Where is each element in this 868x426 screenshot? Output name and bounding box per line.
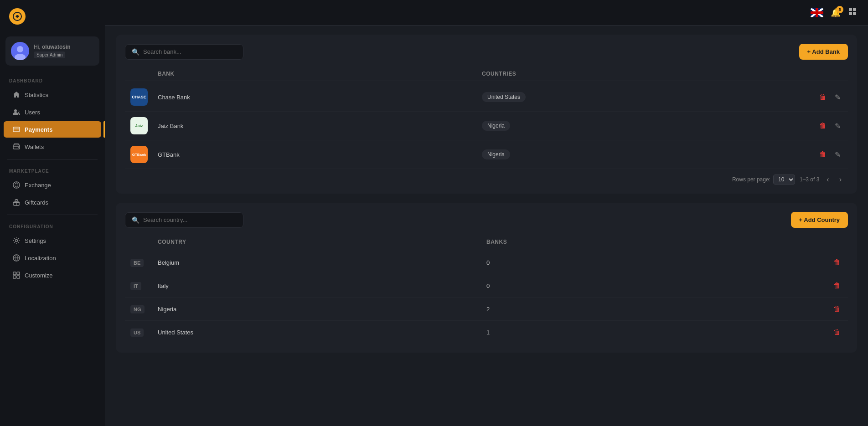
bank-country-jaiz: Nigeria <box>482 121 510 131</box>
avatar <box>11 42 29 60</box>
customize-icon <box>13 272 20 279</box>
country-name-it: Italy <box>158 282 486 289</box>
sidebar-item-settings[interactable]: Settings <box>4 232 101 249</box>
notification-button[interactable]: 🔔 5 <box>831 8 841 18</box>
banks-col-header: Banks <box>486 239 815 245</box>
language-flag-icon[interactable] <box>811 8 823 17</box>
country-name-be: Belgium <box>158 259 486 266</box>
country-delete-button-ng[interactable]: 🗑 <box>832 303 842 315</box>
table-row: US United States 1 🗑 <box>125 321 848 344</box>
svg-rect-14 <box>13 276 16 278</box>
next-page-button[interactable]: › <box>837 175 844 185</box>
countries-card: 🔍 + Add Country Country Banks BE Belgium <box>116 203 857 353</box>
table-row: CHASE Chase Bank United States 🗑 ✎ <box>125 83 848 112</box>
table-row: BE Belgium 0 🗑 <box>125 251 848 274</box>
country-delete-button-be[interactable]: 🗑 <box>832 257 842 268</box>
topbar: 🔔 5 <box>105 0 868 26</box>
user-role-badge: Super Admin <box>34 51 65 58</box>
countries-toolbar: 🔍 + Add Country <box>125 212 848 228</box>
country-row-actions-it: 🗑 <box>815 280 842 292</box>
bank-edit-button-jaiz[interactable]: ✎ <box>833 120 842 132</box>
table-row: GTBank GTBank Nigeria 🗑 ✎ <box>125 140 848 169</box>
bank-search-input[interactable] <box>143 48 237 55</box>
bank-row-actions-gtbank: 🗑 ✎ <box>806 149 842 161</box>
country-delete-button-us[interactable]: 🗑 <box>832 326 842 338</box>
country-banks-ng: 2 <box>486 306 815 313</box>
notification-badge: 5 <box>836 6 843 13</box>
country-banks-be: 0 <box>486 259 815 266</box>
home-icon <box>13 91 20 98</box>
svg-point-10 <box>16 240 18 242</box>
bank-name-jaiz: Jaiz Bank <box>158 123 482 129</box>
grid-menu-button[interactable] <box>848 7 857 18</box>
users-icon <box>13 108 20 116</box>
sidebar-logo <box>0 0 105 33</box>
user-card: Hi, oluwatosin Super Admin <box>5 36 99 66</box>
country-row-actions-be: 🗑 <box>815 257 842 268</box>
prev-page-button[interactable]: ‹ <box>824 175 832 185</box>
svg-rect-17 <box>853 8 856 11</box>
sidebar-item-giftcards[interactable]: Giftcards <box>4 194 101 210</box>
sidebar-item-wallets[interactable]: Wallets <box>4 139 101 155</box>
card-icon <box>13 126 20 133</box>
country-code-it: IT <box>130 282 158 289</box>
bank-delete-button-gtbank[interactable]: 🗑 <box>817 149 828 161</box>
country-row-actions-ng: 🗑 <box>815 303 842 315</box>
bank-logo-chase: CHASE <box>130 88 158 106</box>
bank-col-header: Bank <box>158 71 482 77</box>
app-logo-icon <box>9 8 26 25</box>
sidebar-item-payments[interactable]: Payments <box>4 121 101 138</box>
svg-rect-13 <box>17 272 20 275</box>
svg-rect-12 <box>13 272 16 275</box>
country-code-ng: NG <box>130 306 158 313</box>
sidebar: Hi, oluwatosin Super Admin DASHBOARD Sta… <box>0 0 105 426</box>
sidebar-item-exchange[interactable]: Exchange <box>4 177 101 193</box>
sidebar-divider-1 <box>7 159 98 159</box>
bank-logo-jaiz: Jaiz <box>130 117 158 134</box>
table-row: IT Italy 0 🗑 <box>125 274 848 298</box>
gift-icon <box>13 199 20 206</box>
nav-section-configuration: CONFIGURATION <box>0 219 105 232</box>
sidebar-divider-2 <box>7 215 98 215</box>
bank-edit-button-chase[interactable]: ✎ <box>833 91 842 103</box>
nav-section-marketplace: MARKETPLACE <box>0 163 105 176</box>
sidebar-item-localization[interactable]: Localization <box>4 250 101 266</box>
bank-name-chase: Chase Bank <box>158 94 482 101</box>
wallet-icon <box>13 143 20 150</box>
svg-point-7 <box>18 147 19 148</box>
banks-card: 🔍 + Add Bank Bank Countries CHASE Chase … <box>116 35 857 194</box>
svg-rect-16 <box>849 8 852 11</box>
localize-icon <box>13 254 20 262</box>
country-delete-button-it[interactable]: 🗑 <box>832 280 842 292</box>
rows-per-page-select[interactable]: 10 25 50 <box>773 175 795 185</box>
country-search-box[interactable]: 🔍 <box>125 212 243 228</box>
banks-pagination: Rows per page: 10 25 50 1–3 of 3 ‹ › <box>125 169 848 185</box>
country-col-header: Country <box>158 239 486 245</box>
sidebar-item-customize[interactable]: Customize <box>4 267 101 283</box>
country-banks-it: 0 <box>486 282 815 289</box>
table-row: Jaiz Jaiz Bank Nigeria 🗑 ✎ <box>125 112 848 140</box>
sidebar-item-statistics[interactable]: Statistics <box>4 87 101 103</box>
svg-rect-5 <box>13 127 20 132</box>
bank-edit-button-gtbank[interactable]: ✎ <box>833 149 842 161</box>
country-code-us: US <box>130 329 158 336</box>
add-bank-button[interactable]: + Add Bank <box>799 44 848 60</box>
bank-delete-button-jaiz[interactable]: 🗑 <box>817 120 828 132</box>
nav-section-dashboard: DASHBOARD <box>0 73 105 86</box>
countries-col-header: Countries <box>482 71 806 77</box>
sidebar-item-users[interactable]: Users <box>4 104 101 120</box>
bank-delete-button-chase[interactable]: 🗑 <box>817 91 828 103</box>
bank-search-icon: 🔍 <box>132 48 140 56</box>
bank-country-gtbank: Nigeria <box>482 149 510 159</box>
bank-logo-gtbank: GTBank <box>130 146 158 163</box>
bank-search-box[interactable]: 🔍 <box>125 44 243 60</box>
svg-rect-6 <box>13 145 20 149</box>
country-search-input[interactable] <box>143 216 237 223</box>
bank-row-actions-jaiz: 🗑 ✎ <box>806 120 842 132</box>
add-country-button[interactable]: + Add Country <box>791 212 848 228</box>
country-search-icon: 🔍 <box>132 216 140 224</box>
bank-country-chase: United States <box>482 92 526 102</box>
svg-point-2 <box>17 46 23 52</box>
bank-row-actions-chase: 🗑 ✎ <box>806 91 842 103</box>
table-row: NG Nigeria 2 🗑 <box>125 298 848 321</box>
